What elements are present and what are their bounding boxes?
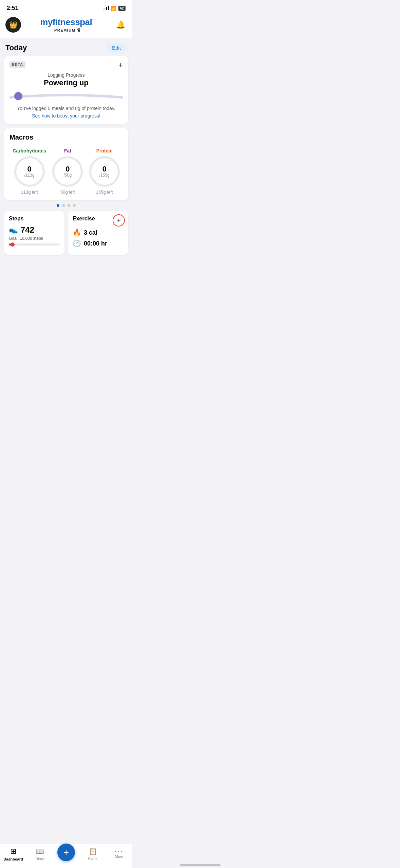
steps-title: Steps	[9, 216, 60, 222]
exercise-duration: 00:00 hr	[84, 240, 107, 247]
macro-fat: Fat 0 /50g 50g left	[52, 148, 83, 195]
add-logging-button[interactable]: +	[118, 61, 123, 69]
logo-container: myfitnesspal™ PREMIUM ♛	[40, 17, 95, 33]
add-exercise-button[interactable]: +	[113, 214, 125, 227]
shoe-icon: 👟	[9, 225, 18, 234]
macro-carbs: Carbohydrates 0 /113g 113g left	[13, 148, 46, 195]
premium-label: PREMIUM ♛	[54, 28, 81, 33]
beta-badge: BETA	[9, 61, 25, 68]
steps-count: 742	[21, 225, 34, 235]
steps-progress-dot	[11, 242, 15, 247]
carbs-circle: 0 /113g	[14, 156, 45, 187]
exercise-calories-row: 🔥 3 cal	[73, 229, 123, 237]
fat-value: 0	[65, 165, 70, 173]
progress-indicator	[14, 92, 22, 100]
today-title: Today	[5, 43, 27, 52]
crown-icon: ♛	[77, 28, 81, 33]
fat-goal: /50g	[64, 173, 72, 178]
dot-1	[57, 204, 59, 207]
steps-goal: Goal: 10,000 steps	[9, 236, 60, 241]
progress-track	[9, 92, 123, 100]
card-top-row: BETA +	[9, 61, 123, 69]
logging-subtitle: Logging Progress	[9, 72, 123, 78]
edit-button[interactable]: Edit	[106, 43, 127, 53]
protein-circle: 0 /155g	[89, 156, 120, 187]
battery-icon: 62	[118, 6, 126, 11]
avatar-emoji: 👑	[9, 21, 18, 29]
clock-icon: 🕐	[73, 239, 81, 248]
notification-bell-icon[interactable]: 🔔	[115, 19, 127, 31]
logged-text: You've logged 0 meals and 0g of protein …	[9, 106, 123, 111]
fat-label: Fat	[64, 148, 71, 153]
logging-title: Powering up	[9, 78, 123, 87]
steps-card: Steps 👟 742 Goal: 10,000 steps	[4, 211, 64, 255]
wifi-icon: 📶	[111, 6, 116, 11]
carbs-value: 0	[27, 165, 31, 173]
exercise-card: Exercise + 🔥 3 cal 🕐 00:00 hr	[68, 211, 128, 255]
status-icons: 📶 62	[103, 6, 126, 11]
dot-2	[62, 204, 65, 207]
status-time: 2:51	[7, 5, 18, 12]
progress-curve-svg	[9, 92, 123, 100]
macros-card: Macros Carbohydrates 0 /113g 113g left F…	[4, 128, 128, 200]
exercise-calories: 3 cal	[84, 229, 97, 236]
carbs-left: 113g left	[21, 189, 38, 195]
logo: myfitnesspal™	[40, 17, 95, 28]
protein-value: 0	[102, 165, 107, 173]
protein-goal: /155g	[99, 173, 110, 178]
logging-progress-card: BETA + Logging Progress Powering up You'…	[4, 56, 128, 124]
steps-progress-track	[9, 243, 60, 246]
protein-left: 155g left	[96, 189, 113, 195]
today-row: Today Edit	[0, 38, 132, 56]
status-bar: 2:51 📶 62	[0, 0, 132, 14]
dot-4	[73, 204, 76, 207]
boost-link[interactable]: See how to boost your progress!	[9, 113, 123, 119]
app-header: 👑 myfitnesspal™ PREMIUM ♛ 🔔	[0, 14, 132, 38]
pagination-dots	[0, 204, 132, 207]
exercise-duration-row: 🕐 00:00 hr	[73, 239, 123, 248]
carbs-label: Carbohydrates	[13, 148, 46, 153]
steps-row: 👟 742	[9, 225, 60, 235]
bottom-row: Steps 👟 742 Goal: 10,000 steps Exercise …	[4, 211, 128, 255]
exercise-title: Exercise	[73, 216, 95, 222]
macros-grid: Carbohydrates 0 /113g 113g left Fat 0 /5…	[9, 148, 123, 195]
signal-icon	[103, 6, 109, 10]
fire-icon: 🔥	[73, 229, 81, 237]
carbs-goal: /113g	[24, 173, 35, 178]
protein-label: Protein	[96, 148, 113, 153]
fat-circle: 0 /50g	[52, 156, 83, 187]
fat-left: 50g left	[60, 189, 75, 195]
macros-title: Macros	[9, 133, 123, 141]
avatar[interactable]: 👑	[5, 17, 21, 33]
dot-3	[68, 204, 70, 207]
macro-protein: Protein 0 /155g 155g left	[89, 148, 120, 195]
